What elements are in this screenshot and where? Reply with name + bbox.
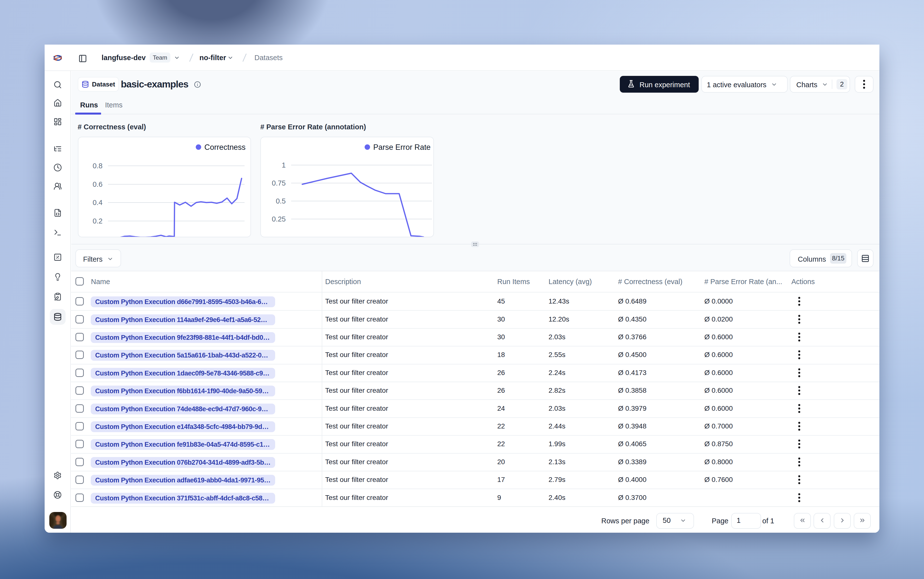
- svg-text:0.6: 0.6: [93, 180, 103, 188]
- svg-text:0.8: 0.8: [93, 162, 103, 170]
- svg-text:0.75: 0.75: [272, 179, 286, 187]
- svg-text:0.2: 0.2: [93, 217, 103, 225]
- svg-text:0.5: 0.5: [276, 197, 286, 205]
- svg-text:0.25: 0.25: [272, 215, 286, 223]
- svg-text:Parse Error Rate: Parse Error Rate: [373, 143, 431, 152]
- svg-text:Correctness: Correctness: [204, 143, 246, 152]
- svg-text:1: 1: [282, 161, 286, 169]
- svg-text:0.4: 0.4: [93, 199, 103, 206]
